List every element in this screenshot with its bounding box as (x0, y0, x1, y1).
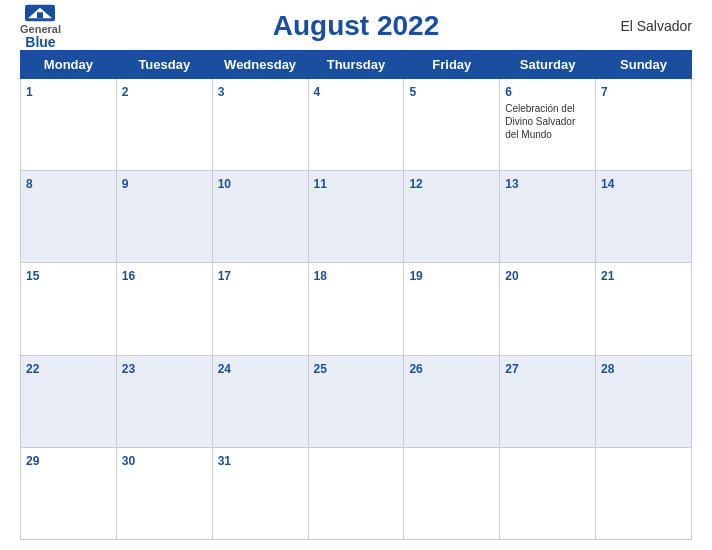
calendar-cell: 7 (596, 79, 692, 171)
day-number: 24 (218, 362, 231, 376)
calendar-week-row: 15161718192021 (21, 263, 692, 355)
calendar-cell (500, 447, 596, 539)
weekday-header-wednesday: Wednesday (212, 51, 308, 79)
logo-blue-text: Blue (25, 35, 55, 49)
calendar-week-row: 293031 (21, 447, 692, 539)
calendar-cell: 10 (212, 171, 308, 263)
calendar-cell: 3 (212, 79, 308, 171)
day-number: 27 (505, 362, 518, 376)
calendar-cell: 1 (21, 79, 117, 171)
day-number: 30 (122, 454, 135, 468)
calendar-cell: 27 (500, 355, 596, 447)
calendar-cell: 17 (212, 263, 308, 355)
svg-rect-2 (37, 12, 43, 18)
day-number: 5 (409, 85, 416, 99)
day-number: 2 (122, 85, 129, 99)
day-number: 3 (218, 85, 225, 99)
day-number: 22 (26, 362, 39, 376)
calendar-table: MondayTuesdayWednesdayThursdayFridaySatu… (20, 50, 692, 540)
day-number: 17 (218, 269, 231, 283)
day-number: 10 (218, 177, 231, 191)
day-number: 11 (314, 177, 327, 191)
calendar-cell: 21 (596, 263, 692, 355)
day-number: 26 (409, 362, 422, 376)
calendar-cell: 31 (212, 447, 308, 539)
calendar-cell: 25 (308, 355, 404, 447)
calendar-cell: 16 (116, 263, 212, 355)
day-number: 19 (409, 269, 422, 283)
weekday-header-friday: Friday (404, 51, 500, 79)
weekday-header-thursday: Thursday (308, 51, 404, 79)
calendar-cell: 4 (308, 79, 404, 171)
holiday-text: Celebración del Divino Salvador del Mund… (505, 102, 590, 141)
calendar-header: General Blue August 2022 El Salvador (20, 10, 692, 42)
day-number: 23 (122, 362, 135, 376)
calendar-week-row: 22232425262728 (21, 355, 692, 447)
calendar-week-row: 891011121314 (21, 171, 692, 263)
calendar-cell: 6Celebración del Divino Salvador del Mun… (500, 79, 596, 171)
calendar-cell: 30 (116, 447, 212, 539)
calendar-cell: 18 (308, 263, 404, 355)
day-number: 12 (409, 177, 422, 191)
calendar-cell: 29 (21, 447, 117, 539)
calendar-cell (596, 447, 692, 539)
calendar-cell: 11 (308, 171, 404, 263)
calendar-cell: 19 (404, 263, 500, 355)
weekday-header-tuesday: Tuesday (116, 51, 212, 79)
calendar-cell (308, 447, 404, 539)
calendar-cell (404, 447, 500, 539)
calendar-cell: 23 (116, 355, 212, 447)
calendar-cell: 2 (116, 79, 212, 171)
day-number: 29 (26, 454, 39, 468)
weekday-header-monday: Monday (21, 51, 117, 79)
logo-icon (25, 4, 55, 22)
day-number: 15 (26, 269, 39, 283)
calendar-cell: 12 (404, 171, 500, 263)
day-number: 14 (601, 177, 614, 191)
calendar-cell: 22 (21, 355, 117, 447)
logo-general-text: General (20, 24, 61, 35)
day-number: 9 (122, 177, 129, 191)
day-number: 20 (505, 269, 518, 283)
day-number: 21 (601, 269, 614, 283)
calendar-cell: 5 (404, 79, 500, 171)
day-number: 25 (314, 362, 327, 376)
day-number: 18 (314, 269, 327, 283)
calendar-cell: 13 (500, 171, 596, 263)
day-number: 31 (218, 454, 231, 468)
generalblue-logo: General Blue (20, 4, 61, 49)
calendar-cell: 14 (596, 171, 692, 263)
calendar-cell: 24 (212, 355, 308, 447)
calendar-cell: 26 (404, 355, 500, 447)
day-number: 13 (505, 177, 518, 191)
calendar-cell: 15 (21, 263, 117, 355)
day-number: 6 (505, 85, 512, 99)
day-number: 8 (26, 177, 33, 191)
calendar-cell: 9 (116, 171, 212, 263)
country-label: El Salvador (620, 18, 692, 34)
weekday-header-saturday: Saturday (500, 51, 596, 79)
day-number: 1 (26, 85, 33, 99)
day-number: 28 (601, 362, 614, 376)
day-number: 16 (122, 269, 135, 283)
day-number: 4 (314, 85, 321, 99)
calendar-week-row: 123456Celebración del Divino Salvador de… (21, 79, 692, 171)
calendar-cell: 20 (500, 263, 596, 355)
weekday-header-sunday: Sunday (596, 51, 692, 79)
calendar-cell: 28 (596, 355, 692, 447)
day-number: 7 (601, 85, 608, 99)
calendar-cell: 8 (21, 171, 117, 263)
calendar-header-row: MondayTuesdayWednesdayThursdayFridaySatu… (21, 51, 692, 79)
month-title: August 2022 (273, 10, 440, 42)
